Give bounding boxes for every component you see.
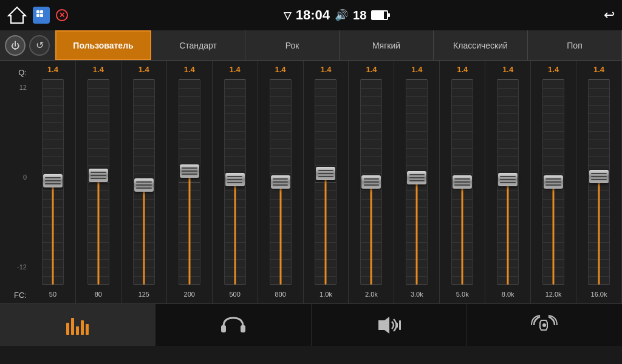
slider-track-12.0k <box>532 79 575 285</box>
slider-bg-2.0k[interactable] <box>360 79 382 285</box>
slider-bg-5.0k[interactable] <box>451 79 473 285</box>
slider-track-200 <box>168 79 211 285</box>
slider-track-50 <box>32 79 74 285</box>
svg-rect-9 <box>399 320 401 330</box>
q-value-5.0k[interactable]: 1.4 <box>457 63 468 76</box>
eq-channel-1.0k: 1.41.0k <box>304 61 349 303</box>
orange-bar-2.0k <box>371 182 372 285</box>
svg-rect-3 <box>36 14 39 17</box>
slider-bg-1.0k[interactable] <box>315 79 337 285</box>
slider-handle-2.0k[interactable] <box>361 175 381 189</box>
app-icon[interactable] <box>33 7 50 24</box>
slider-track-5.0k <box>441 79 484 285</box>
slider-bg-500[interactable] <box>224 79 246 285</box>
q-value-12.0k[interactable]: 1.4 <box>548 63 559 76</box>
orange-bar-500 <box>234 180 236 285</box>
slider-track-2.0k <box>350 79 392 285</box>
slider-handle-125[interactable] <box>134 178 154 192</box>
no-entry-icon[interactable]: ✕ <box>56 9 68 21</box>
q-value-800[interactable]: 1.4 <box>275 63 286 76</box>
q-value-8.0k[interactable]: 1.4 <box>502 63 513 76</box>
q-value-3.0k[interactable]: 1.4 <box>411 63 422 76</box>
channels-container: 1.4501.4801.41251.42001.45001.48001.41.0… <box>30 61 622 303</box>
slider-track-8.0k <box>487 79 529 285</box>
svg-marker-7 <box>378 317 389 334</box>
slider-handle-3.0k[interactable] <box>407 171 426 184</box>
surround-icon <box>529 314 559 336</box>
preset-tabs: Пользователь Стандарт Рок Мягкий Классич… <box>55 30 622 61</box>
fc-value-1.0k: 1.0k <box>320 288 332 301</box>
nav-balance[interactable] <box>156 304 311 346</box>
slider-bg-80[interactable] <box>87 79 109 285</box>
orange-bar-12.0k <box>553 182 555 285</box>
slider-track-80 <box>77 79 120 285</box>
slider-handle-16.0k[interactable] <box>589 170 609 183</box>
volume-icon: 🔊 <box>335 8 348 22</box>
slider-handle-8.0k[interactable] <box>498 173 518 186</box>
q-value-500[interactable]: 1.4 <box>230 63 241 76</box>
q-label: Q: <box>18 64 27 81</box>
time-display: 18:04 <box>296 7 330 23</box>
slider-bg-16.0k[interactable] <box>588 79 610 285</box>
nav-sound[interactable] <box>467 304 622 346</box>
volume-level: 18 <box>353 8 366 22</box>
tab-classic[interactable]: Классический <box>434 30 528 60</box>
slider-handle-1.0k[interactable] <box>316 167 335 180</box>
slider-handle-80[interactable] <box>89 169 108 182</box>
slider-handle-200[interactable] <box>180 164 199 178</box>
fc-value-12.0k: 12.0k <box>545 288 562 301</box>
orange-bar-200 <box>188 171 190 285</box>
power-button[interactable]: ⏻ <box>5 35 26 56</box>
nav-eq[interactable] <box>0 304 156 346</box>
eq-channel-50: 1.450 <box>30 61 76 303</box>
orange-bar-80 <box>97 175 99 285</box>
svg-rect-5 <box>221 325 226 332</box>
slider-bg-200[interactable] <box>179 79 200 285</box>
back-icon[interactable]: ↩ <box>604 7 615 23</box>
slider-handle-500[interactable] <box>225 173 245 186</box>
speaker-eq-icon <box>374 314 404 336</box>
fc-value-50: 50 <box>49 288 56 301</box>
slider-handle-50[interactable] <box>43 174 63 187</box>
tab-user[interactable]: Пользователь <box>55 30 151 60</box>
eq-channel-125: 1.4125 <box>121 61 167 303</box>
fc-value-8.0k: 8.0k <box>502 288 514 301</box>
q-value-50[interactable]: 1.4 <box>47 63 58 76</box>
tab-rock[interactable]: Рок <box>245 30 340 60</box>
status-right: ↩ <box>604 7 615 23</box>
tab-standard[interactable]: Стандарт <box>151 30 245 60</box>
q-value-16.0k[interactable]: 1.4 <box>593 63 604 76</box>
svg-marker-0 <box>9 7 26 23</box>
labels-column: Q: 12 0 -12 FC: <box>0 61 30 303</box>
eq-channel-200: 1.4200 <box>167 61 213 303</box>
slider-track-800 <box>259 79 302 285</box>
fc-value-800: 800 <box>275 288 285 301</box>
slider-handle-12.0k[interactable] <box>544 175 563 189</box>
q-value-80[interactable]: 1.4 <box>93 63 104 76</box>
tab-pop[interactable]: Поп <box>528 30 622 60</box>
slider-bg-800[interactable] <box>270 79 292 285</box>
battery-icon <box>371 10 388 20</box>
slider-bg-8.0k[interactable] <box>497 79 519 285</box>
nav-speaker[interactable] <box>312 304 467 346</box>
slider-bg-12.0k[interactable] <box>542 79 564 285</box>
q-value-2.0k[interactable]: 1.4 <box>366 63 377 76</box>
q-value-125[interactable]: 1.4 <box>138 63 149 76</box>
slider-handle-800[interactable] <box>271 175 290 189</box>
eq-channel-2.0k: 1.42.0k <box>349 61 394 303</box>
q-value-200[interactable]: 1.4 <box>184 63 195 76</box>
reset-button[interactable]: ↺ <box>29 35 50 56</box>
db-mark-minus12: -12 <box>17 263 27 271</box>
slider-bg-50[interactable] <box>42 79 64 285</box>
slider-bg-125[interactable] <box>133 79 155 285</box>
slider-handle-5.0k[interactable] <box>453 175 472 189</box>
slider-track-1.0k <box>305 79 347 285</box>
q-value-1.0k[interactable]: 1.4 <box>320 63 331 76</box>
home-icon[interactable] <box>7 6 27 24</box>
slider-bg-3.0k[interactable] <box>406 79 428 285</box>
status-bar: ✕ ▽ 18:04 🔊 18 ↩ <box>0 0 622 30</box>
fc-value-5.0k: 5.0k <box>456 288 469 301</box>
status-center: ▽ 18:04 🔊 18 <box>284 7 389 23</box>
tab-soft[interactable]: Мягкий <box>340 30 434 60</box>
svg-rect-6 <box>241 325 245 332</box>
